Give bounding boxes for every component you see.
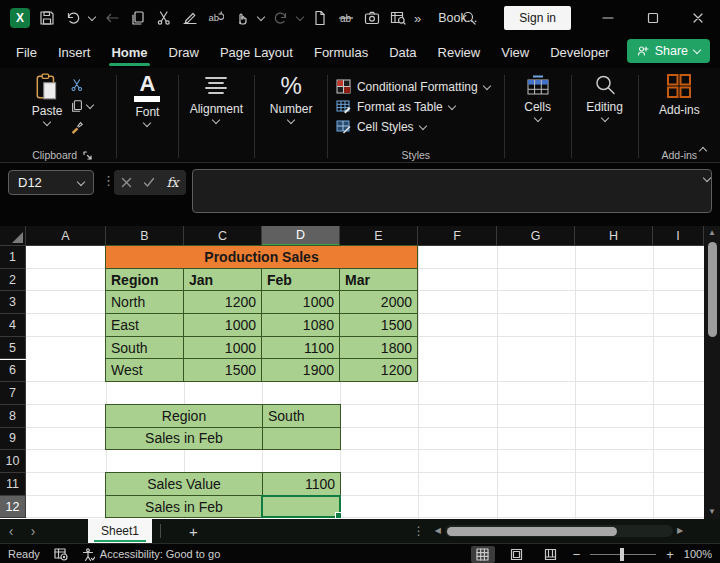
active-cell-selection[interactable] — [261, 495, 341, 519]
column-header-b[interactable]: B — [106, 226, 184, 246]
redo-icon[interactable] — [271, 9, 290, 28]
cell[interactable]: West — [106, 359, 184, 382]
cell[interactable]: 1200 — [184, 291, 262, 314]
alignment-group[interactable]: Alignment — [179, 71, 255, 162]
minimize-button[interactable] — [585, 0, 630, 36]
camera-icon[interactable] — [362, 9, 381, 28]
row-header-1[interactable]: 1 — [0, 246, 26, 269]
cell[interactable]: Sales in Feb — [106, 428, 263, 451]
prev-sheet-icon[interactable]: ‹ — [0, 523, 22, 539]
cell[interactable]: 1100 — [262, 337, 340, 360]
copy-button[interactable] — [70, 97, 93, 114]
close-button[interactable] — [675, 0, 720, 36]
cell[interactable]: North — [106, 291, 184, 314]
cell[interactable]: South — [106, 337, 184, 360]
zoom-level[interactable]: 100% — [684, 548, 712, 560]
column-header-c[interactable]: C — [184, 226, 262, 246]
touch-mode-dropdown-icon[interactable] — [257, 13, 265, 21]
vertical-scroll-thumb[interactable] — [708, 242, 717, 337]
number-group[interactable]: % Number — [255, 71, 327, 162]
column-header-e[interactable]: E — [340, 226, 418, 246]
zoom-slider[interactable] — [590, 554, 656, 555]
cell[interactable]: Region — [106, 405, 263, 428]
cell[interactable]: 1500 — [340, 314, 418, 337]
row-header-2[interactable]: 2 — [0, 269, 26, 292]
undo-dropdown-icon[interactable] — [88, 13, 96, 21]
row-header-10[interactable]: 10 — [0, 450, 26, 473]
select-all-corner[interactable] — [0, 226, 26, 246]
qat-overflow-icon[interactable]: » — [414, 11, 421, 26]
accessibility-icon[interactable] — [82, 548, 95, 561]
tab-view[interactable]: View — [499, 41, 531, 64]
row-header-4[interactable]: 4 — [0, 314, 26, 337]
tab-formulas[interactable]: Formulas — [312, 41, 370, 64]
find-replace-icon[interactable]: ab — [206, 9, 225, 28]
copy-icon[interactable] — [128, 9, 147, 28]
tabbar-more-icon[interactable]: ⋮ — [413, 524, 425, 538]
page-break-preview-button[interactable] — [539, 546, 563, 563]
touch-mode-icon[interactable] — [232, 9, 251, 28]
cell[interactable]: 1200 — [340, 359, 418, 382]
scroll-up-icon[interactable]: ▲ — [708, 226, 716, 240]
conditional-formatting-button[interactable]: Conditional Formatting — [336, 79, 490, 94]
column-header-h[interactable]: H — [575, 226, 653, 246]
column-header-a[interactable]: A — [26, 226, 106, 246]
cell-styles-button[interactable]: Cell Styles — [336, 119, 426, 134]
row-header-6[interactable]: 6 — [0, 360, 26, 383]
tab-data[interactable]: Data — [387, 41, 418, 64]
tab-file[interactable]: File — [14, 41, 39, 64]
table-lookup-icon[interactable] — [388, 9, 407, 28]
vertical-scrollbar[interactable]: ▲ ▼ — [704, 226, 720, 519]
save-icon[interactable] — [37, 9, 56, 28]
cell[interactable]: 1500 — [184, 359, 262, 382]
name-box[interactable]: D12 — [8, 170, 94, 195]
strikethrough-icon[interactable]: ab — [336, 9, 355, 28]
next-sheet-icon[interactable]: › — [22, 523, 44, 539]
macro-record-icon[interactable] — [54, 547, 68, 561]
column-header-g[interactable]: G — [497, 226, 575, 246]
normal-view-button[interactable] — [471, 546, 495, 563]
cancel-entry-icon[interactable] — [121, 177, 132, 188]
tab-home[interactable]: Home — [109, 41, 149, 64]
row-header-5[interactable]: 5 — [0, 337, 26, 360]
horizontal-scrollbar[interactable]: ◀ ▶ — [435, 524, 683, 538]
cell[interactable]: 2000 — [340, 291, 418, 314]
format-as-table-button[interactable]: Format as Table — [336, 99, 455, 114]
paste-button[interactable]: Paste — [32, 73, 63, 135]
tab-insert[interactable]: Insert — [56, 41, 93, 64]
tab-page-layout[interactable]: Page Layout — [218, 41, 295, 64]
zoom-slider-thumb[interactable] — [620, 548, 624, 561]
name-box-dropdown-icon[interactable] — [77, 177, 85, 185]
cell[interactable]: 1000 — [262, 291, 340, 314]
cell-title[interactable]: Production Sales — [106, 246, 418, 269]
cell[interactable]: 1900 — [262, 359, 340, 382]
tab-review[interactable]: Review — [436, 41, 483, 64]
cell[interactable]: Sales Value — [106, 473, 263, 496]
redo-dropdown-icon[interactable] — [296, 13, 304, 21]
horizontal-scroll-thumb[interactable] — [447, 527, 617, 536]
excel-logo-icon[interactable]: X — [10, 8, 30, 28]
row-header-11[interactable]: 11 — [0, 473, 26, 496]
new-file-icon[interactable] — [310, 9, 329, 28]
page-layout-view-button[interactable] — [505, 546, 529, 563]
row-header-12[interactable]: 12 — [0, 496, 26, 519]
zoom-out-icon[interactable]: − — [573, 547, 581, 562]
tab-draw[interactable]: Draw — [167, 41, 201, 64]
cells-group[interactable]: Cells — [505, 71, 571, 162]
cell[interactable]: 1100 — [263, 473, 341, 496]
insert-function-icon[interactable]: fx — [166, 175, 178, 190]
formula-input[interactable] — [192, 169, 712, 213]
addins-button[interactable]: Add-ins — [659, 73, 700, 117]
share-button[interactable]: Share — [627, 39, 710, 63]
undo-icon[interactable] — [63, 9, 82, 28]
cell-header[interactable]: Region — [106, 269, 184, 292]
back-arrow-icon[interactable] — [102, 9, 121, 28]
clipboard-dialog-launcher-icon[interactable] — [83, 151, 92, 160]
font-group[interactable]: A Font — [117, 71, 177, 162]
column-header-f[interactable]: F — [418, 226, 497, 246]
column-header-i[interactable]: I — [653, 226, 704, 246]
row-header-8[interactable]: 8 — [0, 405, 26, 428]
cell[interactable]: 1800 — [340, 337, 418, 360]
cell[interactable]: 1080 — [262, 314, 340, 337]
cell[interactable]: East — [106, 314, 184, 337]
